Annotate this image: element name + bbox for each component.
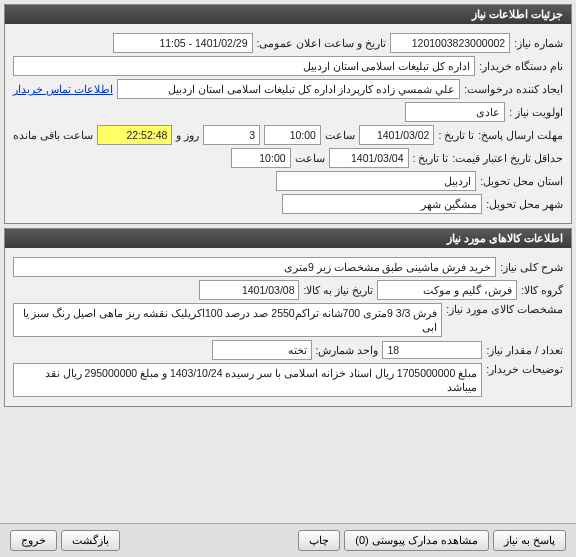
need-number-label: شماره نیاز: <box>514 37 563 49</box>
announce-value: 1401/02/29 - 11:05 <box>113 33 253 53</box>
province-label: استان محل تحویل: <box>480 175 563 187</box>
days-remain-value: 3 <box>203 125 260 145</box>
validity-time-value: 10:00 <box>231 148 291 168</box>
to-date-label-1: تا تاریخ : <box>438 129 474 141</box>
need-date-label: تاریخ نیاز به کالا: <box>303 284 373 296</box>
qty-label: تعداد / مقدار نیاز: <box>486 344 563 356</box>
need-info-header: جزئیات اطلاعات نیاز <box>5 5 571 24</box>
notes-label: توضیحات خریدار: <box>486 363 563 375</box>
days-remain-label: روز و <box>176 129 199 141</box>
requester-label: ایجاد کننده درخواست: <box>464 83 563 95</box>
city-label: شهر محل تحویل: <box>486 198 563 210</box>
left-buttons: پاسخ به نیاز مشاهده مدارک پیوستی (0) چاپ <box>298 530 566 551</box>
deadline-date-value: 1401/03/02 <box>359 125 435 145</box>
validity-date-value: 1401/03/04 <box>329 148 409 168</box>
time-label-2: ساعت <box>295 152 325 164</box>
back-button[interactable]: بازگشت <box>61 530 120 551</box>
deadline-label: مهلت ارسال پاسخ: <box>478 129 563 141</box>
buyer-org-value: اداره کل تبلیغات اسلامی استان اردبیل <box>13 56 475 76</box>
goods-info-body: شرح کلی نیاز: خرید فرش ماشینی طبق مشخصات… <box>5 248 571 406</box>
desc-label: شرح کلی نیاز: <box>500 261 563 273</box>
desc-value: خرید فرش ماشینی طبق مشخصات زیر 9متری <box>13 257 496 277</box>
time-remain-value: 22:52:48 <box>97 125 173 145</box>
need-info-panel: جزئیات اطلاعات نیاز شماره نیاز: 12010038… <box>4 4 572 224</box>
time-remain-label: ساعت باقی مانده <box>13 129 93 141</box>
group-value: فرش، گلیم و موکت <box>377 280 517 300</box>
unit-value: تخته <box>212 340 312 360</box>
goods-info-header: اطلاعات کالاهای مورد نیاز <box>5 229 571 248</box>
qty-input[interactable] <box>382 341 482 359</box>
right-buttons: بازگشت خروج <box>10 530 120 551</box>
group-label: گروه کالا: <box>521 284 563 296</box>
reply-button[interactable]: پاسخ به نیاز <box>493 530 566 551</box>
province-value: اردبیل <box>276 171 476 191</box>
priority-label: اولویت نیاز : <box>509 106 563 118</box>
need-date-value: 1401/03/08 <box>199 280 299 300</box>
contact-link[interactable]: اطلاعات تماس خریدار <box>13 83 113 95</box>
validity-label: حداقل تاریخ اعتبار قیمت: <box>452 152 563 164</box>
bottom-bar: پاسخ به نیاز مشاهده مدارک پیوستی (0) چاپ… <box>0 523 576 557</box>
buyer-org-label: نام دستگاه خریدار: <box>479 60 563 72</box>
city-value: مشگین شهر <box>282 194 482 214</box>
requester-value: علي شمسي زاده کارپرداز اداره کل تبلیغات … <box>117 79 460 99</box>
priority-value: عادی <box>405 102 505 122</box>
goods-info-panel: اطلاعات کالاهای مورد نیاز شرح کلی نیاز: … <box>4 228 572 407</box>
unit-label: واحد شمارش: <box>316 344 379 356</box>
to-date-label-2: تا تاریخ : <box>413 152 449 164</box>
exit-button[interactable]: خروج <box>10 530 57 551</box>
need-info-body: شماره نیاز: 1201003823000002 تاریخ و ساع… <box>5 24 571 223</box>
attachments-button[interactable]: مشاهده مدارک پیوستی (0) <box>344 530 489 551</box>
spec-value: فرش 3/3 9متری 700شانه تراکم2550 صد درصد … <box>13 303 442 337</box>
notes-value: مبلغ 1705000000 ریال اسناد خزانه اسلامی … <box>13 363 482 397</box>
print-button[interactable]: چاپ <box>298 530 340 551</box>
announce-label: تاریخ و ساعت اعلان عمومی: <box>257 37 387 49</box>
spec-label: مشخصات کالای مورد نیاز: <box>446 303 563 315</box>
deadline-time-value: 10:00 <box>264 125 321 145</box>
time-label-1: ساعت <box>325 129 355 141</box>
need-number-value: 1201003823000002 <box>390 33 510 53</box>
